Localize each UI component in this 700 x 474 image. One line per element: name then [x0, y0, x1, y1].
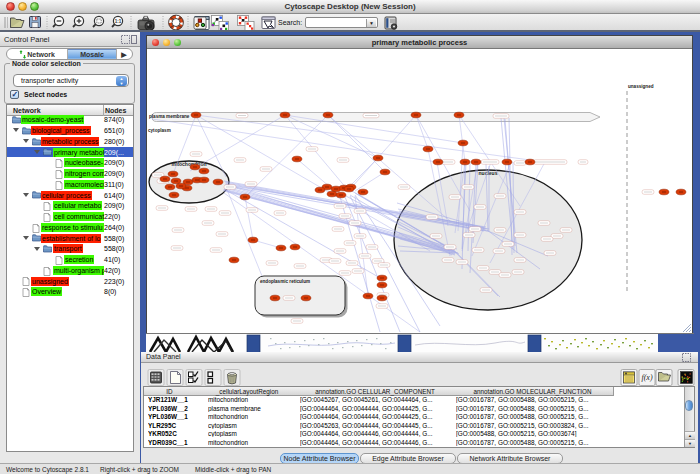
svg-text:endoplasmic reticulum: endoplasmic reticulum [260, 279, 310, 284]
svg-text:1:1: 1:1 [115, 19, 122, 24]
svg-text:plasma membrane: plasma membrane [149, 114, 190, 119]
svg-text:f(x): f(x) [641, 373, 652, 382]
svg-text:unassigned: unassigned [628, 84, 654, 89]
svg-text:cytoplasm: cytoplasm [148, 128, 171, 133]
